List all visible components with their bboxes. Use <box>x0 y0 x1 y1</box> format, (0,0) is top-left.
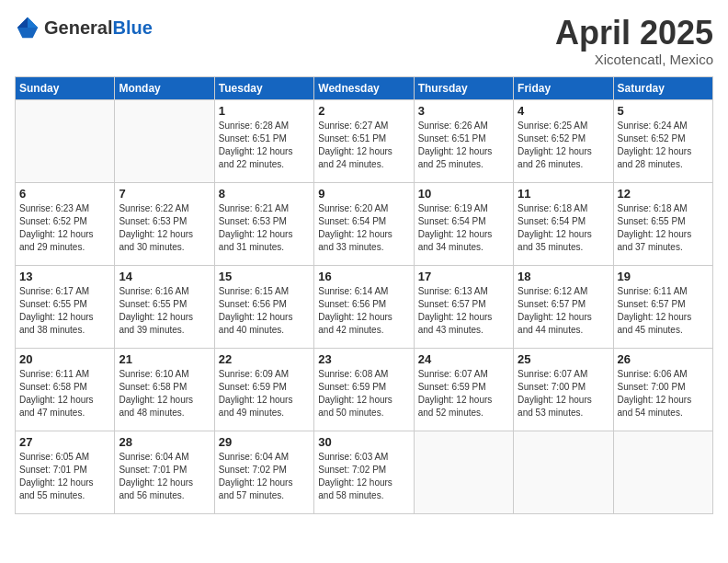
weekday-header: Sunday <box>16 76 115 99</box>
day-number: 27 <box>19 435 110 449</box>
day-number: 4 <box>518 104 609 118</box>
calendar-week-row: 13Sunrise: 6:17 AMSunset: 6:55 PMDayligh… <box>16 265 713 348</box>
calendar-day-cell <box>514 431 613 513</box>
day-number: 13 <box>19 270 110 283</box>
calendar-day-cell <box>16 99 115 182</box>
day-info: Sunrise: 6:12 AMSunset: 6:57 PMDaylight:… <box>518 285 609 337</box>
day-number: 6 <box>19 187 110 201</box>
day-info: Sunrise: 6:18 AMSunset: 6:55 PMDaylight:… <box>618 202 709 254</box>
day-number: 26 <box>618 352 709 366</box>
day-number: 29 <box>219 435 310 449</box>
svg-marker-1 <box>28 17 38 28</box>
day-number: 23 <box>318 352 409 366</box>
calendar-day-cell: 23Sunrise: 6:08 AMSunset: 6:59 PMDayligh… <box>314 348 414 431</box>
day-number: 20 <box>19 352 110 366</box>
weekday-header: Tuesday <box>214 76 313 99</box>
day-info: Sunrise: 6:04 AMSunset: 7:02 PMDaylight:… <box>219 451 310 502</box>
calendar-day-cell: 15Sunrise: 6:15 AMSunset: 6:56 PMDayligh… <box>214 265 313 348</box>
day-number: 11 <box>518 187 609 201</box>
calendar-day-cell: 7Sunrise: 6:22 AMSunset: 6:53 PMDaylight… <box>115 182 214 265</box>
calendar-day-cell: 2Sunrise: 6:27 AMSunset: 6:51 PMDaylight… <box>314 99 414 182</box>
calendar-table: SundayMondayTuesdayWednesdayThursdayFrid… <box>15 76 713 514</box>
month-title: April 2025 <box>555 15 713 52</box>
day-info: Sunrise: 6:18 AMSunset: 6:54 PMDaylight:… <box>518 202 609 254</box>
weekday-header: Thursday <box>414 76 513 99</box>
calendar-day-cell: 19Sunrise: 6:11 AMSunset: 6:57 PMDayligh… <box>613 265 712 348</box>
calendar-day-cell: 1Sunrise: 6:28 AMSunset: 6:51 PMDaylight… <box>214 99 313 182</box>
day-number: 17 <box>418 270 509 283</box>
day-info: Sunrise: 6:07 AMSunset: 6:59 PMDaylight:… <box>418 368 509 419</box>
day-info: Sunrise: 6:04 AMSunset: 7:01 PMDaylight:… <box>119 451 210 502</box>
day-info: Sunrise: 6:28 AMSunset: 6:51 PMDaylight:… <box>219 120 310 171</box>
calendar-day-cell: 3Sunrise: 6:26 AMSunset: 6:51 PMDaylight… <box>414 99 513 182</box>
day-number: 3 <box>418 104 509 118</box>
day-info: Sunrise: 6:15 AMSunset: 6:56 PMDaylight:… <box>219 285 310 337</box>
calendar-day-cell: 16Sunrise: 6:14 AMSunset: 6:56 PMDayligh… <box>314 265 414 348</box>
day-info: Sunrise: 6:08 AMSunset: 6:59 PMDaylight:… <box>318 368 409 419</box>
calendar-day-cell: 10Sunrise: 6:19 AMSunset: 6:54 PMDayligh… <box>414 182 513 265</box>
day-info: Sunrise: 6:06 AMSunset: 7:00 PMDaylight:… <box>618 368 709 419</box>
day-info: Sunrise: 6:03 AMSunset: 7:02 PMDaylight:… <box>318 451 409 502</box>
day-info: Sunrise: 6:09 AMSunset: 6:59 PMDaylight:… <box>219 368 310 419</box>
day-info: Sunrise: 6:11 AMSunset: 6:57 PMDaylight:… <box>618 285 709 337</box>
day-info: Sunrise: 6:14 AMSunset: 6:56 PMDaylight:… <box>318 285 409 337</box>
day-info: Sunrise: 6:11 AMSunset: 6:58 PMDaylight:… <box>19 368 110 419</box>
page-header: GeneralBlue April 2025 Xicotencatl, Mexi… <box>15 15 713 67</box>
day-number: 12 <box>618 187 709 201</box>
calendar-week-row: 20Sunrise: 6:11 AMSunset: 6:58 PMDayligh… <box>16 348 713 431</box>
day-number: 28 <box>119 435 210 449</box>
day-number: 8 <box>219 187 310 201</box>
day-number: 16 <box>318 270 409 283</box>
day-info: Sunrise: 6:20 AMSunset: 6:54 PMDaylight:… <box>318 202 409 254</box>
day-number: 22 <box>219 352 310 366</box>
day-number: 18 <box>518 270 609 283</box>
calendar-week-row: 27Sunrise: 6:05 AMSunset: 7:01 PMDayligh… <box>16 431 713 513</box>
day-number: 14 <box>119 270 210 283</box>
day-info: Sunrise: 6:16 AMSunset: 6:55 PMDaylight:… <box>119 285 210 337</box>
logo: GeneralBlue <box>15 15 153 40</box>
logo-icon <box>15 15 40 40</box>
day-info: Sunrise: 6:17 AMSunset: 6:55 PMDaylight:… <box>19 285 110 337</box>
day-info: Sunrise: 6:10 AMSunset: 6:58 PMDaylight:… <box>119 368 210 419</box>
calendar-day-cell: 22Sunrise: 6:09 AMSunset: 6:59 PMDayligh… <box>214 348 313 431</box>
calendar-week-row: 6Sunrise: 6:23 AMSunset: 6:52 PMDaylight… <box>16 182 713 265</box>
day-number: 2 <box>318 104 409 118</box>
day-info: Sunrise: 6:05 AMSunset: 7:01 PMDaylight:… <box>19 451 110 502</box>
calendar-day-cell: 14Sunrise: 6:16 AMSunset: 6:55 PMDayligh… <box>115 265 214 348</box>
day-info: Sunrise: 6:21 AMSunset: 6:53 PMDaylight:… <box>219 202 310 254</box>
calendar-day-cell: 30Sunrise: 6:03 AMSunset: 7:02 PMDayligh… <box>314 431 414 513</box>
day-number: 21 <box>119 352 210 366</box>
calendar-day-cell: 13Sunrise: 6:17 AMSunset: 6:55 PMDayligh… <box>16 265 115 348</box>
location-title: Xicotencatl, Mexico <box>555 52 713 67</box>
calendar-day-cell: 26Sunrise: 6:06 AMSunset: 7:00 PMDayligh… <box>613 348 712 431</box>
calendar-day-cell: 18Sunrise: 6:12 AMSunset: 6:57 PMDayligh… <box>514 265 613 348</box>
day-info: Sunrise: 6:19 AMSunset: 6:54 PMDaylight:… <box>418 202 509 254</box>
logo-text-general: General <box>44 17 112 38</box>
calendar-day-cell: 17Sunrise: 6:13 AMSunset: 6:57 PMDayligh… <box>414 265 513 348</box>
calendar-day-cell: 8Sunrise: 6:21 AMSunset: 6:53 PMDaylight… <box>214 182 313 265</box>
calendar-day-cell <box>414 431 513 513</box>
day-info: Sunrise: 6:22 AMSunset: 6:53 PMDaylight:… <box>119 202 210 254</box>
day-info: Sunrise: 6:23 AMSunset: 6:52 PMDaylight:… <box>19 202 110 254</box>
day-info: Sunrise: 6:24 AMSunset: 6:52 PMDaylight:… <box>618 120 709 171</box>
calendar-day-cell: 20Sunrise: 6:11 AMSunset: 6:58 PMDayligh… <box>16 348 115 431</box>
day-number: 19 <box>618 270 709 283</box>
day-number: 25 <box>518 352 609 366</box>
day-info: Sunrise: 6:25 AMSunset: 6:52 PMDaylight:… <box>518 120 609 171</box>
calendar-day-cell <box>115 99 214 182</box>
calendar-day-cell: 24Sunrise: 6:07 AMSunset: 6:59 PMDayligh… <box>414 348 513 431</box>
day-info: Sunrise: 6:27 AMSunset: 6:51 PMDaylight:… <box>318 120 409 171</box>
day-info: Sunrise: 6:13 AMSunset: 6:57 PMDaylight:… <box>418 285 509 337</box>
day-number: 24 <box>418 352 509 366</box>
calendar-header-row: SundayMondayTuesdayWednesdayThursdayFrid… <box>16 76 713 99</box>
calendar-day-cell: 12Sunrise: 6:18 AMSunset: 6:55 PMDayligh… <box>613 182 712 265</box>
day-number: 1 <box>219 104 310 118</box>
day-number: 15 <box>219 270 310 283</box>
weekday-header: Saturday <box>613 76 712 99</box>
calendar-day-cell <box>613 431 712 513</box>
calendar-week-row: 1Sunrise: 6:28 AMSunset: 6:51 PMDaylight… <box>16 99 713 182</box>
calendar-day-cell: 27Sunrise: 6:05 AMSunset: 7:01 PMDayligh… <box>16 431 115 513</box>
calendar-day-cell: 29Sunrise: 6:04 AMSunset: 7:02 PMDayligh… <box>214 431 313 513</box>
calendar-day-cell: 4Sunrise: 6:25 AMSunset: 6:52 PMDaylight… <box>514 99 613 182</box>
weekday-header: Wednesday <box>314 76 414 99</box>
